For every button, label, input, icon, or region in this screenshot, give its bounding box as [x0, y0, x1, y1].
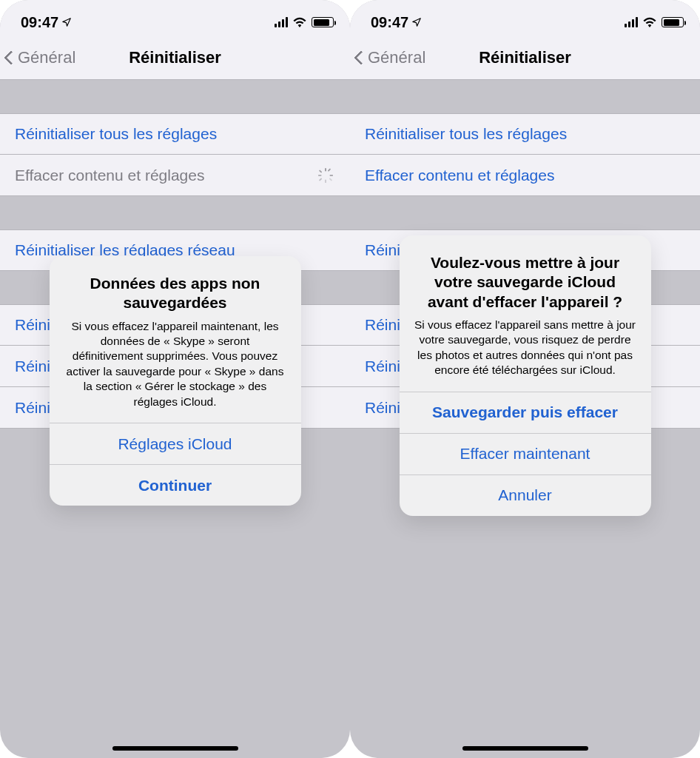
cell-reset-all-settings[interactable]: Réinitialiser tous les réglages — [0, 113, 350, 155]
alert-title: Voulez-vous mettre à jour votre sauvegar… — [414, 253, 636, 312]
alert-unsaved-data: Données des apps non sauvegardées Si vou… — [50, 256, 301, 506]
svg-rect-6 — [328, 168, 332, 172]
cell-erase-all: Effacer contenu et réglages — [0, 155, 350, 196]
home-indicator[interactable] — [462, 746, 588, 751]
status-time: 09:47 — [21, 14, 72, 31]
nav-title: Réinitialiser — [0, 48, 350, 67]
alert-btn-icloud-settings[interactable]: Réglages iCloud — [50, 423, 301, 464]
wifi-icon — [642, 14, 657, 31]
svg-rect-0 — [325, 167, 326, 171]
svg-rect-2 — [318, 175, 322, 176]
battery-icon — [662, 17, 684, 27]
svg-rect-5 — [329, 178, 333, 181]
svg-rect-4 — [319, 170, 323, 173]
signal-icon — [625, 17, 638, 27]
alert-btn-erase-now[interactable]: Effacer maintenant — [400, 433, 651, 474]
status-bar: 09:47 — [350, 0, 700, 36]
cell-reset-all-settings[interactable]: Réinitialiser tous les réglages — [350, 113, 700, 155]
signal-icon — [275, 17, 288, 27]
phone-right: 09:47 Général Réinitialiser Réinitialise… — [350, 0, 700, 758]
nav-bar: Général Réinitialiser — [350, 36, 700, 80]
alert-body: Si vous effacez l'appareil maintenant, l… — [64, 319, 286, 410]
alert-btn-continue[interactable]: Continuer — [50, 464, 301, 506]
svg-rect-1 — [325, 179, 326, 183]
cell-erase-all[interactable]: Effacer contenu et réglages — [350, 155, 700, 196]
location-icon — [61, 14, 72, 31]
nav-bar: Général Réinitialiser — [0, 36, 350, 80]
alert-title: Données des apps non sauvegardées — [64, 274, 286, 313]
alert-icloud-backup: Voulez-vous mettre à jour votre sauvegar… — [400, 235, 651, 516]
status-time: 09:47 — [371, 14, 422, 31]
alert-btn-backup-then-erase[interactable]: Sauvegarder puis effacer — [400, 392, 651, 433]
alert-btn-cancel[interactable]: Annuler — [400, 474, 651, 516]
phone-left: 09:47 Général Réinitialiser Réinitialise… — [0, 0, 350, 758]
spinner-icon — [317, 167, 334, 184]
alert-body: Si vous effacez l'appareil sans mettre à… — [414, 318, 636, 378]
battery-icon — [312, 17, 334, 27]
svg-rect-7 — [319, 178, 323, 181]
svg-rect-3 — [330, 175, 334, 176]
wifi-icon — [292, 14, 307, 31]
location-icon — [411, 14, 422, 31]
status-bar: 09:47 — [0, 0, 350, 36]
nav-title: Réinitialiser — [350, 48, 700, 67]
home-indicator[interactable] — [112, 746, 238, 751]
